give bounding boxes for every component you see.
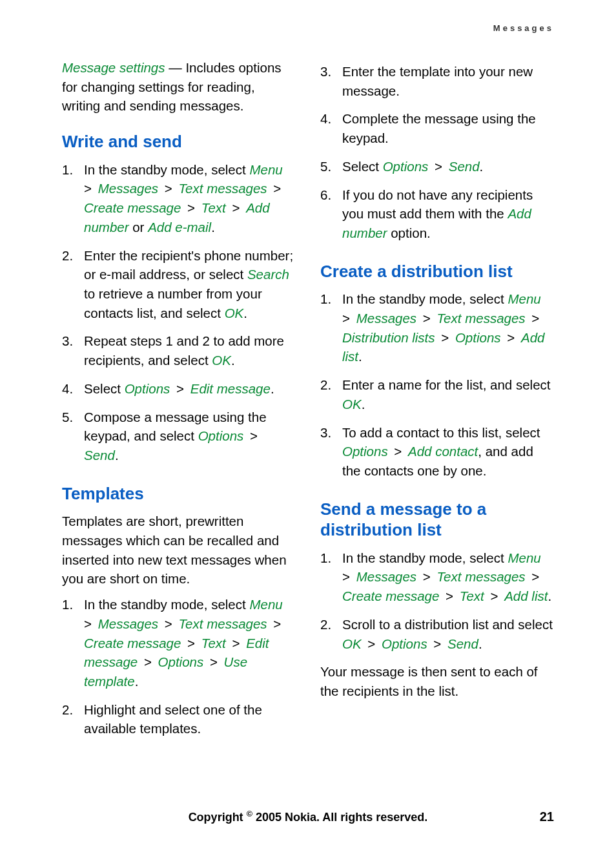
step-text: . — [480, 159, 484, 174]
separator: > — [526, 311, 542, 326]
list-item: Scroll to a distribution list and select… — [320, 615, 554, 653]
list-item: In the standby mode, select Menu > Messa… — [320, 548, 554, 606]
step-text: . — [362, 397, 365, 411]
nav-options: Options — [382, 636, 427, 651]
nav-options: Options — [198, 428, 244, 443]
step-text: option. — [387, 225, 431, 240]
separator: > — [158, 616, 178, 631]
separator: > — [362, 636, 382, 651]
step-text: . — [135, 674, 139, 689]
separator: > — [226, 200, 246, 215]
list-item: Select Options > Edit message. — [62, 379, 296, 399]
dist-steps: In the standby mode, select Menu > Messa… — [320, 289, 554, 480]
nav-menu: Menu — [508, 550, 540, 565]
separator: > — [181, 200, 201, 215]
nav-add-list: Add list — [504, 588, 548, 603]
nav-search: Search — [247, 267, 289, 282]
step-text: or — [129, 220, 149, 234]
separator: > — [170, 381, 190, 396]
nav-create-message: Create message — [342, 588, 439, 603]
nav-add-contact: Add contact — [408, 444, 478, 459]
separator: > — [181, 636, 201, 651]
templates-steps-continued: Enter the template into your new message… — [320, 62, 554, 243]
step-text: . — [548, 588, 551, 603]
step-text: In the standby mode, select — [342, 550, 508, 565]
list-item: In the standby mode, select Menu > Messa… — [62, 595, 296, 691]
separator: > — [428, 159, 448, 174]
list-item: Complete the message using the keypad. — [320, 109, 554, 147]
nav-ok: OK — [342, 397, 362, 411]
left-column: Message settings — Includes options for … — [62, 58, 296, 747]
separator: > — [243, 428, 260, 443]
separator: > — [416, 311, 436, 326]
nav-ok: OK — [212, 353, 231, 368]
step-text: If you do not have any recipients you mu… — [342, 187, 533, 222]
separator: > — [388, 444, 408, 459]
separator: > — [439, 588, 459, 603]
nav-ok: OK — [225, 306, 244, 320]
nav-text: Text — [460, 588, 484, 603]
nav-text-messages: Text messages — [436, 311, 525, 326]
step-text: . — [211, 220, 215, 234]
step-text: . — [231, 353, 235, 368]
term-message-settings: Message settings — [62, 60, 165, 75]
separator: > — [526, 569, 542, 584]
list-item: Highlight and select one of the availabl… — [62, 700, 296, 738]
intro-paragraph: Message settings — Includes options for … — [62, 58, 296, 116]
step-text: . — [115, 448, 119, 463]
separator: > — [501, 330, 521, 345]
step-text: In the standby mode, select — [84, 162, 249, 177]
step-text: Select — [342, 159, 383, 174]
step-text: In the standby mode, select — [342, 291, 508, 306]
step-text: . — [358, 349, 362, 364]
copyright-symbol: © — [247, 809, 252, 818]
list-item: Repeat steps 1 and 2 to add more recipie… — [62, 331, 296, 370]
write-steps: In the standby mode, select Menu > Messa… — [62, 160, 296, 465]
nav-options: Options — [158, 654, 204, 669]
running-header: Messages — [493, 23, 554, 33]
send-steps: In the standby mode, select Menu > Messa… — [320, 548, 554, 654]
nav-menu: Menu — [508, 291, 540, 306]
step-text: . — [271, 381, 274, 396]
templates-intro: Templates are short, prewritten messages… — [62, 512, 296, 588]
copyright-text: Copyright — [189, 811, 247, 824]
right-column: Enter the template into your new message… — [320, 58, 554, 747]
list-item: If you do not have any recipients you mu… — [320, 185, 554, 243]
nav-text: Text — [201, 636, 226, 651]
nav-ok: OK — [342, 636, 362, 651]
copyright-text: 2005 Nokia. All rights reserved. — [252, 811, 427, 824]
separator: > — [267, 181, 284, 196]
nav-edit-message: Edit message — [190, 381, 271, 396]
nav-menu: Menu — [249, 597, 282, 612]
nav-text: Text — [201, 200, 226, 215]
copyright: Copyright © 2005 Nokia. All rights reser… — [189, 809, 428, 824]
step-text: In the standby mode, select — [84, 597, 249, 612]
nav-messages: Messages — [356, 569, 416, 584]
list-item: Enter a name for the list, and select OK… — [320, 375, 554, 413]
templates-steps: In the standby mode, select Menu > Messa… — [62, 595, 296, 738]
nav-add-email: Add e-mail — [148, 220, 211, 234]
step-text: . — [243, 306, 247, 320]
nav-distribution-lists: Distribution lists — [342, 330, 435, 345]
nav-messages: Messages — [356, 311, 416, 326]
heading-templates: Templates — [62, 483, 296, 505]
nav-text-messages: Text messages — [178, 181, 267, 196]
nav-send: Send — [447, 636, 478, 651]
nav-text-messages: Text messages — [436, 569, 525, 584]
list-item: Select Options > Send. — [320, 157, 554, 176]
heading-send-to-distribution-list: Send a message to a distribution list — [320, 499, 554, 541]
list-item: In the standby mode, select Menu > Messa… — [62, 160, 296, 237]
step-text: To add a contact to this list, select — [342, 425, 540, 440]
separator: > — [226, 636, 246, 651]
nav-send: Send — [449, 159, 480, 174]
step-text: Select — [84, 381, 125, 396]
separator: > — [138, 654, 158, 669]
send-outro: Your message is then sent to each of the… — [320, 662, 554, 700]
page-footer: Copyright © 2005 Nokia. All rights reser… — [0, 809, 616, 824]
nav-text-messages: Text messages — [178, 616, 267, 631]
page-number: 21 — [540, 809, 554, 824]
separator: > — [267, 616, 284, 631]
separator: > — [158, 181, 178, 196]
nav-messages: Messages — [98, 616, 158, 631]
step-text: Scroll to a distribution list and select — [342, 617, 553, 632]
